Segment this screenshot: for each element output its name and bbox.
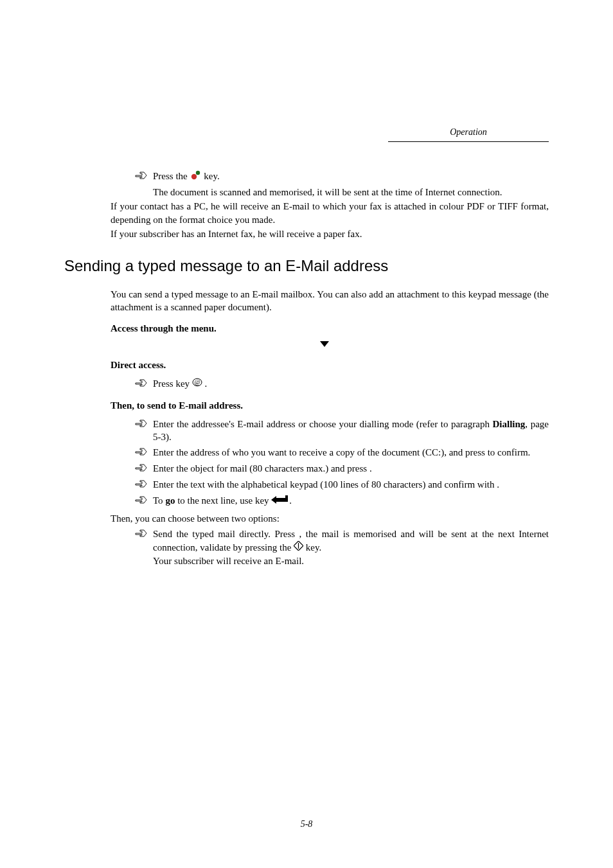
- hand-point-icon: [135, 529, 149, 541]
- go-bold: go: [165, 495, 175, 506]
- direct-access-block: Press key @ .: [135, 377, 549, 391]
- press-key-suffix: .: [205, 378, 208, 389]
- memorised-text: The document is scanned and memorised, i…: [153, 186, 549, 199]
- step-press-text: Press the key.: [153, 170, 549, 184]
- send-a: Send the typed mail directly. Press , th…: [153, 529, 549, 552]
- section-title: Sending a typed message to an E-Mail add…: [64, 257, 549, 275]
- step-cc-text: Enter the address of who you want to rec…: [153, 446, 549, 459]
- step-cc: Enter the address of who you want to rec…: [135, 446, 549, 459]
- step-object: Enter the object for mail (80 characters…: [135, 462, 549, 475]
- hand-point-icon: [135, 172, 149, 183]
- section-intro: You can send a typed message to an E-mai…: [111, 288, 549, 314]
- svg-marker-5: [271, 495, 288, 504]
- pc-contact-para: If your contact has a PC, he will receiv…: [111, 200, 549, 226]
- hand-point-icon: [135, 379, 149, 391]
- then-options-para: Then, you can choose between two options…: [111, 512, 549, 525]
- svg-marker-2: [320, 341, 329, 347]
- diamond-key-icon: [294, 541, 303, 554]
- step-addressee-text: Enter the addressee's E-mail address or …: [153, 418, 549, 444]
- step-go-next-line: To go to the next line, use key .: [135, 494, 549, 508]
- press-at-text: Press key @ .: [153, 377, 549, 391]
- header-rule: [388, 141, 549, 142]
- step-press-at: Press key @ .: [135, 377, 549, 391]
- hand-point-icon: [135, 464, 149, 475]
- go-post: .: [289, 495, 292, 506]
- hand-point-icon: [135, 420, 149, 431]
- press-suffix: key.: [204, 171, 219, 181]
- svg-point-1: [195, 171, 199, 175]
- go-mid: to the next line, use key: [175, 495, 271, 506]
- then-send-label: Then, to send to E-mail address.: [111, 400, 549, 411]
- header-section-label: Operation: [388, 127, 549, 137]
- running-header: Operation: [388, 127, 549, 142]
- options-block: Send the typed mail directly. Press , th…: [135, 527, 549, 567]
- addressee-bold: Dialling: [493, 419, 526, 429]
- step-press-key: Press the key.: [135, 170, 549, 184]
- step-send-direct: Send the typed mail directly. Press , th…: [135, 527, 549, 567]
- direct-access-label: Direct access.: [111, 360, 549, 371]
- hand-point-icon: [135, 496, 149, 508]
- hand-point-icon: [135, 480, 149, 492]
- svg-point-0: [191, 174, 196, 179]
- content-body: Press the key. The document is scanned a…: [111, 170, 549, 568]
- access-menu-label: Access through the menu.: [111, 323, 549, 334]
- press-key-prefix: Press key: [153, 378, 192, 389]
- hand-point-icon: [135, 448, 149, 459]
- go-pre: To: [153, 495, 165, 506]
- svg-text:@: @: [194, 378, 200, 385]
- send-b: key.: [306, 542, 321, 553]
- addressee-pre: Enter the addressee's E-mail address or …: [153, 419, 493, 429]
- start-key-icon: [190, 170, 202, 183]
- step-go-text: To go to the next line, use key .: [153, 494, 549, 508]
- step-addressee: Enter the addressee's E-mail address or …: [135, 418, 549, 444]
- step-text-entry: Enter the text with the alphabetical key…: [135, 478, 549, 492]
- step-send-text: Send the typed mail directly. Press , th…: [153, 527, 549, 567]
- send-c: Your subscriber will receive an E-mail.: [153, 556, 304, 566]
- step-text-entry-text: Enter the text with the alphabetical key…: [153, 478, 549, 491]
- return-key-icon: [271, 495, 289, 508]
- internet-fax-para: If your subscriber has an Internet fax, …: [111, 227, 549, 240]
- menu-path-row: [111, 341, 549, 351]
- page-number: 5-8: [0, 819, 613, 829]
- steps-block: Enter the addressee's E-mail address or …: [135, 418, 549, 508]
- at-key-icon: @: [192, 377, 202, 391]
- step-object-text: Enter the object for mail (80 characters…: [153, 462, 549, 475]
- intro-block: Press the key. The document is scanned a…: [135, 170, 549, 199]
- caret-down-icon: [320, 339, 329, 350]
- press-prefix: Press the: [153, 171, 190, 181]
- page: Operation Press the key.: [0, 0, 613, 868]
